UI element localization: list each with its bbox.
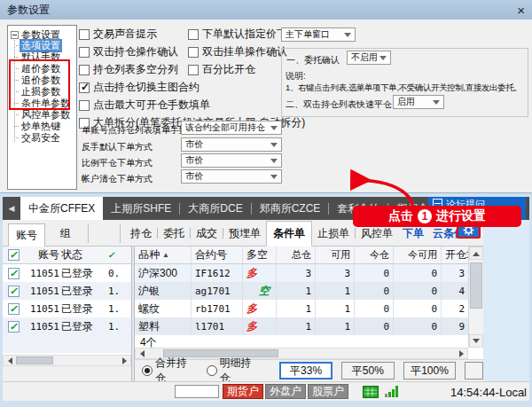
close-33-button[interactable]: 平33% — [279, 362, 332, 380]
radio-dot — [207, 365, 217, 376]
checkbox-sound[interactable]: 交易声音提示 — [79, 27, 157, 42]
checkbox-box[interactable] — [188, 29, 199, 40]
position-row[interactable]: 沪银 ag1701 空 1 1 0 0 4 — [135, 282, 483, 300]
position-row[interactable]: 塑料 l1701 多 1 1 0 0 9 — [135, 317, 483, 335]
checkbox-box[interactable] — [188, 65, 199, 75]
dialog-titlebar[interactable]: 参数设置 × — [0, 0, 532, 20]
tree-item-options[interactable]: 选项设置 — [20, 40, 62, 51]
account-table-header: ✓ 账号 状态 ✓ — [3, 247, 131, 264]
account-table-footer — [3, 366, 131, 381]
col-available[interactable]: 可用 — [316, 247, 355, 263]
checkbox-dblclick-pos[interactable]: 双击持仓操作确认 — [79, 44, 178, 59]
tab-place-order[interactable]: 下单 — [398, 226, 428, 241]
checkbox-box[interactable] — [79, 65, 90, 75]
collapse-icon[interactable] — [11, 31, 19, 39]
col-status[interactable]: 状态 — [59, 247, 108, 262]
checkbox-box[interactable] — [79, 29, 90, 40]
combo-quick-close[interactable]: 启用 — [393, 95, 444, 109]
col-direction[interactable]: 多空 — [243, 247, 277, 263]
tab-condition[interactable]: 条件单 — [266, 221, 312, 247]
position-vscrollbar[interactable] — [468, 247, 483, 348]
combo-clear-mode[interactable]: 市价 — [181, 169, 282, 184]
checkbox-switch-chart[interactable]: 点击持仓切换主图合约 — [79, 80, 200, 95]
select-all-checkbox[interactable]: ✓ — [3, 249, 24, 261]
scroll-thumb[interactable] — [16, 356, 53, 364]
tab-czce[interactable]: 郑商所CZCE — [252, 197, 329, 220]
account-row[interactable]: ✓11051已登录1. — [3, 282, 131, 300]
scroll-right-arrow[interactable] — [119, 356, 130, 365]
checkbox-percent-open[interactable]: 百分比开仓 — [188, 62, 255, 77]
checkbox-dblclick-order[interactable]: 双击挂单操作确认 — [188, 44, 287, 59]
close-50-button[interactable]: 平50% — [341, 362, 395, 380]
scroll-right-arrow[interactable] — [456, 348, 467, 358]
tab-positions[interactable]: 持仓 — [125, 226, 157, 241]
combo-order-confirm[interactable]: 不启用 — [347, 51, 391, 65]
status-clock: 14:54:44-Local — [450, 386, 527, 399]
account-table: ✓ 账号 状态 ✓ ✓11051已登录0. ✓11051已登录1. ✓11051… — [3, 247, 131, 381]
status-input[interactable] — [175, 385, 219, 398]
combo-main-order-window[interactable]: 主下单窗口 — [281, 27, 356, 42]
col-today-available[interactable]: 今可用 — [394, 247, 442, 263]
combo-ratio-close[interactable]: 市价 — [181, 153, 282, 168]
radio-dot — [142, 365, 153, 376]
checkbox-longshort-split[interactable]: 持仓列表多空分列 — [79, 62, 178, 77]
account-row[interactable]: ✓11051已登录0. — [3, 264, 131, 282]
tab-trades[interactable]: 成交 — [191, 226, 223, 241]
position-row[interactable]: 沪深300 IF1612 多 3 3 0 0 3 — [135, 264, 483, 282]
scroll-up-arrow[interactable] — [469, 247, 483, 260]
red-highlight-box-tree — [9, 59, 70, 110]
checkbox-box[interactable] — [79, 47, 90, 58]
checkbox-max-lots[interactable]: 点击最大可开仓手数填单 — [79, 98, 210, 113]
tab-dce[interactable]: 大商所DCE — [180, 197, 250, 220]
combo-fill-lots[interactable]: 该合约全部可用持仓 — [181, 121, 282, 135]
back-arrow-icon[interactable]: ◀ — [3, 204, 20, 213]
checkbox-box[interactable] — [79, 82, 90, 93]
close-actions-bar: 合并持仓 明细持仓 平33% 平50% 平100% — [135, 359, 483, 381]
scroll-thumb[interactable] — [470, 262, 482, 309]
col-account[interactable]: 账号 — [24, 247, 59, 262]
checkbox-box[interactable] — [188, 47, 199, 58]
close-button-partial[interactable] — [465, 362, 483, 380]
tab-account[interactable]: 账号 — [8, 223, 45, 247]
account-row[interactable]: ✓11051已登录1. — [3, 300, 131, 317]
annotation-callout: 点击 1 进行设置 — [353, 206, 521, 227]
annotation-suffix: 进行设置 — [436, 208, 486, 224]
col-open-price[interactable]: 开仓均价 — [442, 247, 468, 263]
row-checkbox[interactable]: ✓ — [8, 303, 20, 315]
combo-reverse-mode[interactable]: 市价 — [181, 137, 282, 152]
col-today[interactable]: 今仓 — [355, 247, 394, 263]
close-icon[interactable]: × — [517, 4, 525, 17]
position-row[interactable]: 螺纹 rb1701 多 1 1 0 0 2 — [135, 300, 483, 317]
foreign-account-button[interactable]: 外盘户 — [265, 384, 306, 399]
empty-area — [483, 220, 529, 381]
stock-account-button[interactable]: 股票户 — [308, 384, 348, 399]
futures-account-button[interactable]: 期货户 — [223, 384, 263, 399]
col-variety[interactable]: 品种▲ — [135, 247, 192, 263]
col-total[interactable]: 总仓 — [277, 247, 316, 263]
tab-stoploss[interactable]: 止损单 — [312, 226, 355, 241]
tab-group[interactable]: 组 — [49, 220, 82, 247]
tree-item-security[interactable]: 交易安全 — [20, 132, 62, 143]
tab-riskcontrol[interactable]: 风控单 — [356, 226, 398, 241]
col-extra[interactable]: ✓ — [108, 249, 131, 261]
account-row[interactable]: ✓11051已登录1. — [3, 317, 131, 335]
position-count-partial: 4个 — [135, 335, 454, 348]
scroll-down-arrow[interactable] — [469, 334, 483, 348]
tab-shfe[interactable]: 上期所SHFE — [103, 197, 179, 220]
tab-parked[interactable]: 预埋单 — [223, 226, 266, 241]
tab-orders[interactable]: 委托 — [158, 226, 190, 241]
check-icon: ✓ — [108, 249, 114, 261]
close-100-button[interactable]: 平100% — [403, 362, 457, 380]
separator — [88, 223, 89, 243]
scroll-left-arrow[interactable] — [4, 356, 15, 365]
row-checkbox[interactable]: ✓ — [8, 286, 20, 297]
checkbox-box[interactable] — [79, 100, 90, 111]
row-checkbox[interactable]: ✓ — [8, 321, 20, 333]
row-checkbox[interactable]: ✓ — [8, 268, 20, 279]
account-hscrollbar[interactable] — [3, 355, 131, 366]
tree-item-risk[interactable]: 风控单参数 — [20, 109, 72, 120]
settings-dialog: 参数设置 × 参数设置 选项设置 默认手数 超价参数 追价参数 止损参数 条件单… — [0, 0, 532, 193]
tree-item-hotkey[interactable]: 炒单热键 — [20, 121, 62, 131]
tab-cffex[interactable]: 中金所CFFEX — [20, 197, 103, 220]
col-contract[interactable]: 合约号 — [192, 247, 243, 263]
